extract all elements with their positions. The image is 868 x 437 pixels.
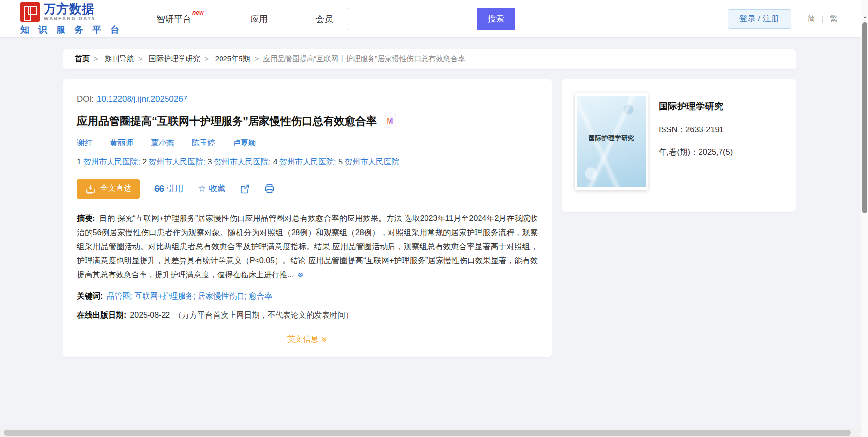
- author-link[interactable]: 覃小燕: [151, 138, 174, 148]
- nav-item[interactable]: 智研平台new: [156, 13, 203, 25]
- breadcrumb-current: 应用品管圈提高“互联网十护理服务”居家慢性伤口总有效愈合率: [263, 55, 465, 64]
- search-bar: 搜索: [348, 8, 515, 30]
- favorite-button[interactable]: ☆ 收藏: [198, 183, 225, 194]
- keywords-label: 关键词:: [77, 292, 103, 300]
- print-button[interactable]: [264, 183, 275, 194]
- pubdate-value: 2025-08-22: [130, 311, 170, 319]
- lang-traditional[interactable]: 繁: [830, 13, 838, 24]
- affiliation-link[interactable]: 贺州市人民医院: [83, 158, 138, 166]
- volume-value: 2025,7(5): [699, 147, 733, 156]
- english-info-toggle[interactable]: 英文信息: [287, 334, 328, 345]
- search-button[interactable]: 搜索: [477, 8, 515, 30]
- expand-abstract-icon[interactable]: [297, 269, 304, 283]
- breadcrumb: 首页> 期刊导航> 国际护理学研究> 2025年5期> 应用品管圈提高“互联网十…: [63, 49, 796, 69]
- nav-item[interactable]: 应用: [250, 13, 268, 25]
- pubdate-label: 在线出版日期:: [77, 311, 126, 319]
- breadcrumb-link[interactable]: 首页: [75, 55, 90, 63]
- vertical-scrollbar-thumb[interactable]: [862, 22, 867, 213]
- affiliation: 1.贺州市人民医院;: [77, 158, 142, 166]
- affiliation-list: 1.贺州市人民医院; 2.贺州市人民医院; 3.贺州市人民医院; 4.贺州市人民…: [77, 157, 538, 167]
- chevron-double-down-icon: [321, 336, 328, 343]
- pubdate-note: （万方平台首次上网日期，不代表论文的发表时间）: [174, 311, 353, 319]
- vertical-scrollbar[interactable]: ▲: [861, 0, 868, 437]
- journal-name[interactable]: 国际护理学研究: [659, 100, 733, 113]
- author-link[interactable]: 卢夏颖: [233, 138, 256, 148]
- breadcrumb-link[interactable]: 期刊导航: [105, 55, 134, 63]
- share-icon: [240, 184, 250, 194]
- header: 万方数据 WANFANG DATA 知 识 服 务 平 台 智研平台new 应用…: [0, 0, 868, 37]
- printer-icon: [264, 183, 275, 194]
- horizontal-scrollbar-thumb[interactable]: [4, 430, 851, 436]
- breadcrumb-separator: >: [204, 55, 209, 63]
- doi-label: DOI:: [77, 94, 94, 104]
- lang-divider: |: [822, 14, 824, 24]
- journal-cover[interactable]: 国际护理学研究: [575, 93, 648, 190]
- download-free-icon: free: [85, 183, 96, 194]
- language-switch: 简 | 繁: [808, 13, 838, 24]
- lang-simplified[interactable]: 简: [808, 13, 816, 24]
- abstract-label: 摘要:: [77, 214, 95, 222]
- fulltext-button[interactable]: free 全文直达: [77, 179, 140, 199]
- affiliation-link[interactable]: 贺州市人民医院: [214, 158, 269, 166]
- search-input[interactable]: [348, 8, 477, 30]
- issn-value: 2633-2191: [685, 125, 724, 134]
- quote-icon: 66: [154, 183, 164, 194]
- author-link[interactable]: 谢红: [77, 138, 92, 148]
- brand-name-en: WANFANG DATA: [44, 17, 96, 21]
- author-link[interactable]: 黄丽师: [110, 138, 133, 148]
- keyword-link[interactable]: 品管圈: [107, 292, 130, 300]
- affiliation: 2.贺州市人民医院;: [142, 158, 207, 166]
- keyword-link[interactable]: 居家慢性伤口: [198, 292, 244, 300]
- issn-label: ISSN：: [659, 125, 685, 134]
- abstract: 摘要: 目的 探究“互联网+护理服务”居家慢性伤口应用品管圈对总有效愈合率的应用…: [77, 211, 538, 283]
- breadcrumb-separator: >: [255, 55, 259, 63]
- login-register-button[interactable]: 登录 / 注册: [728, 9, 791, 29]
- affiliation-link[interactable]: 贺州市人民医院: [279, 158, 334, 166]
- breadcrumb-link[interactable]: 2025年5期: [215, 55, 250, 63]
- affiliation-link[interactable]: 贺州市人民医院: [149, 158, 203, 166]
- horizontal-scrollbar[interactable]: [0, 428, 861, 437]
- nav-item[interactable]: 会员: [315, 13, 333, 25]
- scroll-up-arrow-icon[interactable]: ▲: [861, 15, 868, 19]
- affiliation: 3.贺州市人民医院;: [207, 158, 273, 166]
- share-button[interactable]: [240, 184, 250, 194]
- svg-text:free: free: [87, 190, 93, 194]
- wanfang-logo-icon: [20, 2, 40, 22]
- article-card: DOI:10.12208/j.ijnr.20250267 应用品管圈提高“互联网…: [63, 79, 552, 357]
- breadcrumb-separator: >: [138, 55, 143, 63]
- wanfang-logo[interactable]: 万方数据 WANFANG DATA 知 识 服 务 平 台: [20, 2, 125, 36]
- article-title: 应用品管圈提高“互联网十护理服务”居家慢性伤口总有效愈合率: [77, 114, 377, 128]
- medical-badge-icon: M: [384, 115, 396, 127]
- keyword-link[interactable]: 互联网+护理服务: [134, 292, 193, 300]
- affiliation-link[interactable]: 贺州市人民医院: [345, 158, 399, 166]
- breadcrumb-link[interactable]: 国际护理学研究: [149, 55, 200, 63]
- cite-button[interactable]: 66 引用: [154, 183, 183, 194]
- journal-cover-title: 国际护理学研究: [577, 134, 646, 143]
- star-icon: ☆: [198, 183, 206, 194]
- keyword-list: 品管圈; 互联网+护理服务; 居家慢性伤口; 愈合率: [107, 292, 272, 300]
- main-nav: 智研平台new 应用 会员: [156, 13, 333, 25]
- keyword-link[interactable]: 愈合率: [249, 292, 272, 300]
- affiliation: 4.贺州市人民医院;: [273, 158, 338, 166]
- abstract-text: 目的 探究“互联网+护理服务”居家慢性伤口应用品管圈对总有效愈合率的应用效果。方…: [77, 214, 538, 279]
- new-badge: new: [192, 9, 203, 16]
- brand-tagline: 知 识 服 务 平 台: [20, 24, 125, 36]
- author-link[interactable]: 陈玉婷: [192, 138, 215, 148]
- author-list: 谢红黄丽师覃小燕陈玉婷卢夏颖: [77, 138, 538, 148]
- affiliation: 5.贺州市人民医院;: [338, 158, 399, 166]
- breadcrumb-separator: >: [94, 55, 98, 63]
- doi-link[interactable]: 10.12208/j.ijnr.20250267: [97, 94, 187, 104]
- volume-label: 年,卷(期)：: [659, 147, 699, 156]
- journal-card: 国际护理学研究 国际护理学研究 ISSN：2633-2191 年,卷(期)：20…: [562, 79, 796, 212]
- brand-name: 万方数据: [44, 3, 96, 15]
